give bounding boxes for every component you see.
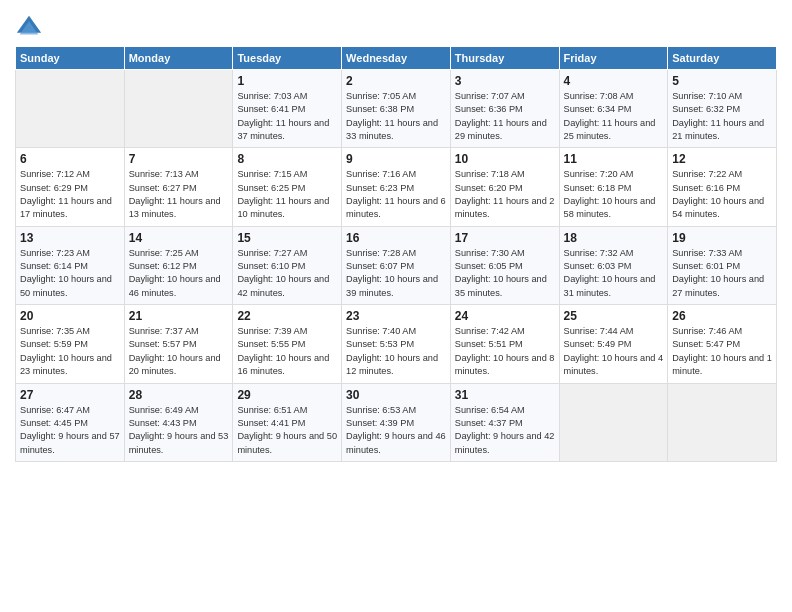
day-info: Sunrise: 7:39 AM Sunset: 5:55 PM Dayligh… [237, 325, 337, 378]
day-info: Sunrise: 7:23 AM Sunset: 6:14 PM Dayligh… [20, 247, 120, 300]
day-number: 9 [346, 152, 446, 166]
day-cell: 5Sunrise: 7:10 AM Sunset: 6:32 PM Daylig… [668, 70, 777, 148]
logo-icon [15, 14, 43, 42]
day-info: Sunrise: 7:40 AM Sunset: 5:53 PM Dayligh… [346, 325, 446, 378]
day-cell: 15Sunrise: 7:27 AM Sunset: 6:10 PM Dayli… [233, 226, 342, 304]
day-info: Sunrise: 6:53 AM Sunset: 4:39 PM Dayligh… [346, 404, 446, 457]
day-cell: 9Sunrise: 7:16 AM Sunset: 6:23 PM Daylig… [342, 148, 451, 226]
day-header-saturday: Saturday [668, 47, 777, 70]
day-number: 23 [346, 309, 446, 323]
day-number: 17 [455, 231, 555, 245]
day-info: Sunrise: 7:37 AM Sunset: 5:57 PM Dayligh… [129, 325, 229, 378]
day-cell [16, 70, 125, 148]
day-info: Sunrise: 7:42 AM Sunset: 5:51 PM Dayligh… [455, 325, 555, 378]
day-info: Sunrise: 7:28 AM Sunset: 6:07 PM Dayligh… [346, 247, 446, 300]
day-cell: 24Sunrise: 7:42 AM Sunset: 5:51 PM Dayli… [450, 305, 559, 383]
day-info: Sunrise: 7:27 AM Sunset: 6:10 PM Dayligh… [237, 247, 337, 300]
day-info: Sunrise: 7:30 AM Sunset: 6:05 PM Dayligh… [455, 247, 555, 300]
logo [15, 14, 47, 42]
day-cell: 31Sunrise: 6:54 AM Sunset: 4:37 PM Dayli… [450, 383, 559, 461]
day-cell: 28Sunrise: 6:49 AM Sunset: 4:43 PM Dayli… [124, 383, 233, 461]
day-number: 7 [129, 152, 229, 166]
day-number: 16 [346, 231, 446, 245]
day-number: 20 [20, 309, 120, 323]
day-number: 25 [564, 309, 664, 323]
day-number: 15 [237, 231, 337, 245]
day-info: Sunrise: 7:07 AM Sunset: 6:36 PM Dayligh… [455, 90, 555, 143]
day-info: Sunrise: 6:54 AM Sunset: 4:37 PM Dayligh… [455, 404, 555, 457]
day-number: 2 [346, 74, 446, 88]
day-cell: 16Sunrise: 7:28 AM Sunset: 6:07 PM Dayli… [342, 226, 451, 304]
day-cell: 25Sunrise: 7:44 AM Sunset: 5:49 PM Dayli… [559, 305, 668, 383]
day-number: 6 [20, 152, 120, 166]
day-cell: 7Sunrise: 7:13 AM Sunset: 6:27 PM Daylig… [124, 148, 233, 226]
day-info: Sunrise: 7:03 AM Sunset: 6:41 PM Dayligh… [237, 90, 337, 143]
week-row-1: 1Sunrise: 7:03 AM Sunset: 6:41 PM Daylig… [16, 70, 777, 148]
day-number: 12 [672, 152, 772, 166]
day-header-tuesday: Tuesday [233, 47, 342, 70]
day-number: 10 [455, 152, 555, 166]
day-number: 27 [20, 388, 120, 402]
day-cell: 3Sunrise: 7:07 AM Sunset: 6:36 PM Daylig… [450, 70, 559, 148]
day-info: Sunrise: 7:32 AM Sunset: 6:03 PM Dayligh… [564, 247, 664, 300]
day-cell: 8Sunrise: 7:15 AM Sunset: 6:25 PM Daylig… [233, 148, 342, 226]
day-number: 24 [455, 309, 555, 323]
header-row-days: SundayMondayTuesdayWednesdayThursdayFrid… [16, 47, 777, 70]
week-row-3: 13Sunrise: 7:23 AM Sunset: 6:14 PM Dayli… [16, 226, 777, 304]
day-cell: 11Sunrise: 7:20 AM Sunset: 6:18 PM Dayli… [559, 148, 668, 226]
header-row [15, 10, 777, 42]
calendar-table: SundayMondayTuesdayWednesdayThursdayFrid… [15, 46, 777, 462]
day-number: 21 [129, 309, 229, 323]
week-row-2: 6Sunrise: 7:12 AM Sunset: 6:29 PM Daylig… [16, 148, 777, 226]
day-header-friday: Friday [559, 47, 668, 70]
day-info: Sunrise: 7:44 AM Sunset: 5:49 PM Dayligh… [564, 325, 664, 378]
day-info: Sunrise: 6:47 AM Sunset: 4:45 PM Dayligh… [20, 404, 120, 457]
day-number: 4 [564, 74, 664, 88]
day-info: Sunrise: 7:33 AM Sunset: 6:01 PM Dayligh… [672, 247, 772, 300]
day-number: 8 [237, 152, 337, 166]
day-number: 1 [237, 74, 337, 88]
day-info: Sunrise: 7:35 AM Sunset: 5:59 PM Dayligh… [20, 325, 120, 378]
day-number: 29 [237, 388, 337, 402]
day-cell: 18Sunrise: 7:32 AM Sunset: 6:03 PM Dayli… [559, 226, 668, 304]
day-info: Sunrise: 7:08 AM Sunset: 6:34 PM Dayligh… [564, 90, 664, 143]
day-cell: 30Sunrise: 6:53 AM Sunset: 4:39 PM Dayli… [342, 383, 451, 461]
day-info: Sunrise: 7:20 AM Sunset: 6:18 PM Dayligh… [564, 168, 664, 221]
day-number: 31 [455, 388, 555, 402]
day-info: Sunrise: 7:46 AM Sunset: 5:47 PM Dayligh… [672, 325, 772, 378]
day-header-monday: Monday [124, 47, 233, 70]
day-cell: 19Sunrise: 7:33 AM Sunset: 6:01 PM Dayli… [668, 226, 777, 304]
day-cell [559, 383, 668, 461]
day-cell: 12Sunrise: 7:22 AM Sunset: 6:16 PM Dayli… [668, 148, 777, 226]
day-number: 22 [237, 309, 337, 323]
day-cell: 22Sunrise: 7:39 AM Sunset: 5:55 PM Dayli… [233, 305, 342, 383]
day-number: 30 [346, 388, 446, 402]
day-number: 11 [564, 152, 664, 166]
day-header-wednesday: Wednesday [342, 47, 451, 70]
day-number: 13 [20, 231, 120, 245]
day-cell: 4Sunrise: 7:08 AM Sunset: 6:34 PM Daylig… [559, 70, 668, 148]
day-info: Sunrise: 7:13 AM Sunset: 6:27 PM Dayligh… [129, 168, 229, 221]
day-info: Sunrise: 7:12 AM Sunset: 6:29 PM Dayligh… [20, 168, 120, 221]
day-number: 3 [455, 74, 555, 88]
day-cell: 17Sunrise: 7:30 AM Sunset: 6:05 PM Dayli… [450, 226, 559, 304]
day-info: Sunrise: 6:49 AM Sunset: 4:43 PM Dayligh… [129, 404, 229, 457]
day-cell: 2Sunrise: 7:05 AM Sunset: 6:38 PM Daylig… [342, 70, 451, 148]
day-number: 28 [129, 388, 229, 402]
day-header-thursday: Thursday [450, 47, 559, 70]
day-cell: 20Sunrise: 7:35 AM Sunset: 5:59 PM Dayli… [16, 305, 125, 383]
week-row-4: 20Sunrise: 7:35 AM Sunset: 5:59 PM Dayli… [16, 305, 777, 383]
day-number: 26 [672, 309, 772, 323]
day-info: Sunrise: 7:05 AM Sunset: 6:38 PM Dayligh… [346, 90, 446, 143]
day-info: Sunrise: 7:18 AM Sunset: 6:20 PM Dayligh… [455, 168, 555, 221]
day-cell: 26Sunrise: 7:46 AM Sunset: 5:47 PM Dayli… [668, 305, 777, 383]
day-info: Sunrise: 7:16 AM Sunset: 6:23 PM Dayligh… [346, 168, 446, 221]
day-cell [124, 70, 233, 148]
week-row-5: 27Sunrise: 6:47 AM Sunset: 4:45 PM Dayli… [16, 383, 777, 461]
day-cell: 1Sunrise: 7:03 AM Sunset: 6:41 PM Daylig… [233, 70, 342, 148]
day-cell: 6Sunrise: 7:12 AM Sunset: 6:29 PM Daylig… [16, 148, 125, 226]
day-number: 14 [129, 231, 229, 245]
day-info: Sunrise: 7:22 AM Sunset: 6:16 PM Dayligh… [672, 168, 772, 221]
day-number: 19 [672, 231, 772, 245]
day-info: Sunrise: 6:51 AM Sunset: 4:41 PM Dayligh… [237, 404, 337, 457]
